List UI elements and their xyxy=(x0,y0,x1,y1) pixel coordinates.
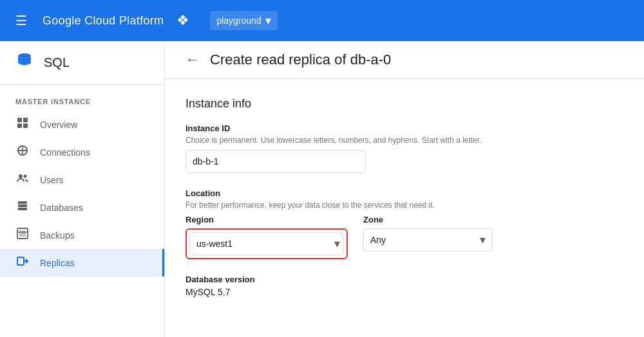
region-label: Region xyxy=(185,215,348,224)
zone-select-wrapper: Any us-west1-a us-west1-b us-west1-c ▾ xyxy=(363,228,492,251)
page-title: Create read replica of db-a-0 xyxy=(210,51,391,68)
instance-id-group: Instance ID Choice is permanent. Use low… xyxy=(185,123,623,173)
instance-id-input[interactable] xyxy=(185,150,366,173)
database-version-value: MySQL 5.7 xyxy=(185,287,623,297)
svg-rect-4 xyxy=(23,123,28,128)
region-select[interactable]: us-west1 us-east1 us-central1 europe-wes… xyxy=(189,232,344,255)
sidebar-item-databases[interactable]: Databases xyxy=(0,194,164,221)
users-icon xyxy=(15,172,30,187)
svg-rect-1 xyxy=(17,118,22,122)
section-title: Instance info xyxy=(185,97,623,111)
backups-label: Backups xyxy=(40,230,75,241)
overview-icon xyxy=(15,117,30,132)
location-helper: For better performance, keep your data c… xyxy=(185,201,623,210)
menu-icon[interactable]: ☰ xyxy=(10,8,32,33)
database-version-group: Database version MySQL 5.7 xyxy=(185,275,623,297)
project-selector[interactable]: playground ▾ xyxy=(210,11,277,30)
svg-point-0 xyxy=(18,53,31,59)
form-body: Instance info Instance ID Choice is perm… xyxy=(165,79,644,331)
databases-icon xyxy=(15,200,30,215)
sidebar-section-title: MASTER INSTANCE xyxy=(0,85,164,111)
replicas-label: Replicas xyxy=(40,258,75,268)
sql-icon xyxy=(15,51,33,74)
svg-rect-2 xyxy=(23,118,28,122)
connections-icon xyxy=(15,145,30,159)
sidebar-title: SQL xyxy=(44,55,70,70)
instance-id-helper: Choice is permanent. Use lowercase lette… xyxy=(185,136,623,145)
app-body: SQL MASTER INSTANCE Overview Connections… xyxy=(0,41,644,337)
zone-label: Zone xyxy=(363,215,492,224)
svg-point-9 xyxy=(24,175,27,178)
svg-rect-14 xyxy=(19,230,26,237)
databases-label: Databases xyxy=(40,203,83,213)
sidebar-item-connections[interactable]: Connections xyxy=(0,138,164,166)
svg-rect-12 xyxy=(18,208,27,210)
svg-rect-10 xyxy=(18,201,27,204)
region-select-wrapper: us-west1 us-east1 us-central1 europe-wes… xyxy=(185,228,348,259)
zone-select[interactable]: Any us-west1-a us-west1-b us-west1-c xyxy=(363,228,492,251)
backups-icon xyxy=(15,228,30,242)
svg-point-8 xyxy=(19,174,23,178)
instance-id-label: Instance ID xyxy=(185,123,623,133)
project-name: playground xyxy=(216,15,261,26)
location-group: Location For better performance, keep yo… xyxy=(185,188,623,259)
sidebar-item-users[interactable]: Users xyxy=(0,166,164,194)
sidebar: SQL MASTER INSTANCE Overview Connections… xyxy=(0,41,165,337)
main-content: ← Create read replica of db-a-0 Instance… xyxy=(165,41,644,337)
page-header: ← Create read replica of db-a-0 xyxy=(165,41,644,79)
database-version-label: Database version xyxy=(185,275,623,284)
zone-col: Zone Any us-west1-a us-west1-b us-west1-… xyxy=(363,215,492,251)
top-bar: ☰ Google Cloud Platform ❖ playground ▾ xyxy=(0,0,644,41)
users-label: Users xyxy=(40,175,64,185)
svg-rect-16 xyxy=(17,257,24,265)
app-title: Google Cloud Platform xyxy=(43,14,164,28)
svg-rect-11 xyxy=(18,205,27,207)
chevron-down-icon: ▾ xyxy=(265,14,271,28)
sidebar-item-overview[interactable]: Overview xyxy=(0,111,164,138)
svg-rect-3 xyxy=(17,123,22,128)
location-label: Location xyxy=(185,188,623,198)
sidebar-header: SQL xyxy=(0,41,164,85)
apps-icon[interactable]: ❖ xyxy=(176,12,189,29)
connections-label: Connections xyxy=(40,147,90,158)
replicas-icon xyxy=(15,255,30,270)
sidebar-item-replicas[interactable]: Replicas xyxy=(0,249,164,277)
back-button[interactable]: ← xyxy=(185,51,200,68)
region-col: Region us-west1 us-east1 us-central1 eur… xyxy=(185,215,348,259)
overview-label: Overview xyxy=(40,120,77,130)
sidebar-item-backups[interactable]: Backups xyxy=(0,221,164,249)
location-row: Region us-west1 us-east1 us-central1 eur… xyxy=(185,215,623,259)
